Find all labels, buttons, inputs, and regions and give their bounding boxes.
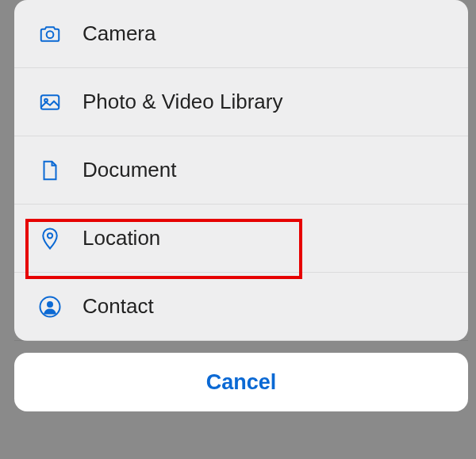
contact-icon [38, 295, 83, 319]
svg-point-0 [47, 31, 54, 38]
location-icon [38, 227, 83, 251]
menu-item-location[interactable]: Location [14, 205, 468, 273]
svg-point-3 [48, 233, 52, 238]
cancel-button[interactable]: Cancel [14, 353, 468, 411]
action-sheet-container: Camera Photo & Video Library Document [14, 0, 468, 459]
menu-item-label: Photo & Video Library [83, 90, 282, 114]
document-icon [38, 159, 83, 182]
menu-item-label: Contact [83, 294, 154, 319]
menu-item-contact[interactable]: Contact [14, 273, 468, 341]
menu-item-document[interactable]: Document [14, 136, 468, 205]
menu-item-photo-library[interactable]: Photo & Video Library [14, 68, 468, 136]
menu-item-label: Location [83, 226, 160, 251]
menu-item-label: Camera [83, 21, 155, 46]
photo-icon [38, 90, 83, 114]
menu-item-camera[interactable]: Camera [14, 0, 468, 68]
action-sheet: Camera Photo & Video Library Document [14, 0, 468, 341]
svg-point-5 [47, 300, 53, 307]
svg-rect-1 [41, 95, 60, 109]
cancel-button-label: Cancel [206, 370, 277, 395]
menu-item-label: Document [83, 158, 177, 182]
camera-icon [38, 22, 83, 46]
